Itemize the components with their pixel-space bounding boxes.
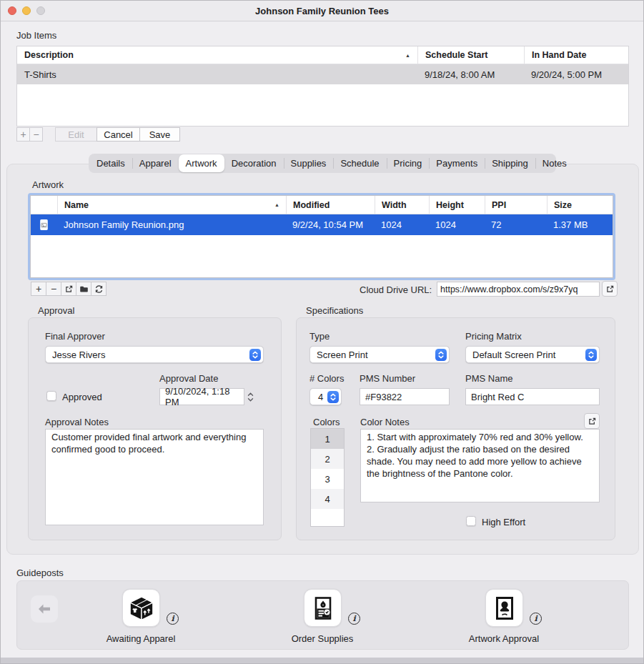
job-item-in-hand-date: 9/20/24, 5:00 PM — [524, 69, 628, 80]
num-colors-label: # Colors — [309, 373, 344, 384]
remove-artwork-button[interactable]: − — [46, 282, 61, 296]
artwork-table-header: Name ▲ Modified Width Height PPI Size — [31, 196, 613, 214]
add-job-item-button[interactable]: + — [16, 127, 30, 142]
artwork-table: Name ▲ Modified Width Height PPI Size Jo… — [30, 195, 613, 278]
window-bottom-edge — [1, 658, 643, 663]
column-header-height[interactable]: Height — [429, 196, 485, 214]
specifications-section-label: Specifications — [306, 305, 363, 316]
tab-supplies[interactable]: Supplies — [284, 154, 334, 172]
edit-button[interactable]: Edit — [55, 127, 97, 142]
cloud-drive-url-field[interactable]: https://www.dropbox.com/s/z9x7yq — [437, 282, 600, 297]
job-item-description: T-Shirts — [17, 69, 417, 80]
column-header-width[interactable]: Width — [375, 196, 429, 214]
final-approver-label: Final Approver — [45, 331, 105, 342]
approved-checkbox[interactable] — [46, 391, 56, 401]
tab-payments[interactable]: Payments — [429, 154, 485, 172]
column-header-description[interactable]: Description ▲ — [17, 46, 417, 64]
folder-icon[interactable] — [76, 282, 91, 296]
column-header-name[interactable]: Name ▲ — [57, 196, 286, 214]
final-approver-select[interactable]: Jesse Rivers — [45, 346, 264, 363]
app-window: Johnson Family Reunion Tees Job Items De… — [0, 0, 644, 664]
color-list-item-3[interactable]: 3 — [311, 469, 344, 489]
cloud-drive-url-label: Cloud Drive URL: — [360, 284, 432, 295]
cancel-button[interactable]: Cancel — [96, 127, 140, 142]
external-link-icon — [64, 284, 74, 294]
add-artwork-button[interactable]: + — [31, 282, 46, 296]
info-icon[interactable]: i — [348, 613, 360, 625]
tab-notes[interactable]: Notes — [535, 154, 574, 172]
shipping-box-icon — [128, 595, 155, 622]
info-icon[interactable]: i — [530, 613, 542, 625]
guidepost-artwork-approval-button[interactable] — [485, 589, 523, 627]
color-list-item-4[interactable]: 4 — [311, 489, 344, 509]
artwork-row-selected[interactable]: Johnson Family Reunion.png 9/2/24, 10:54… — [31, 214, 613, 235]
tab-apparel[interactable]: Apparel — [132, 154, 179, 172]
column-header-icon — [31, 196, 57, 214]
artwork-modified: 9/2/24, 10:54 PM — [286, 219, 375, 230]
minus-icon: − — [51, 283, 56, 294]
table-row[interactable]: T-Shirts 9/18/24, 8:00 AM 9/20/24, 5:00 … — [17, 64, 628, 84]
guidepost-order-supplies-button[interactable] — [304, 589, 342, 627]
window-title: Johnson Family Reunion Tees — [1, 1, 643, 21]
pms-name-field[interactable]: Bright Red C — [465, 388, 600, 405]
chevron-up-down-icon — [327, 391, 339, 403]
external-link-icon — [605, 284, 615, 294]
pms-number-field[interactable]: #F93822 — [360, 388, 450, 405]
high-effort-checkbox[interactable] — [466, 516, 476, 526]
tab-details[interactable]: Details — [89, 154, 132, 172]
color-list-item-2[interactable]: 2 — [311, 449, 344, 469]
tab-artwork[interactable]: Artwork — [179, 154, 224, 172]
guidepost-label-order-supplies: Order Supplies — [258, 633, 387, 644]
artwork-section-label: Artwork — [32, 179, 64, 190]
column-header-ppi[interactable]: PPI — [485, 196, 547, 214]
tab-bar: Details Apparel Artwork Decoration Suppl… — [89, 154, 556, 173]
artwork-table-focus-ring: Name ▲ Modified Width Height PPI Size Jo… — [28, 193, 615, 280]
chevron-up-down-icon — [249, 349, 261, 361]
approval-notes-textarea[interactable]: Customer provided final artwork and ever… — [45, 429, 264, 525]
arrow-left-icon — [36, 600, 53, 618]
approval-date-field[interactable]: 9/10/2024, 1:18 PM — [159, 388, 244, 405]
guidepost-back-button[interactable] — [31, 595, 58, 623]
plus-icon: + — [36, 283, 41, 294]
framed-artwork-icon — [492, 595, 517, 621]
artwork-name: Johnson Family Reunion.png — [57, 219, 286, 230]
job-items-empty-area — [17, 84, 628, 126]
info-icon[interactable]: i — [167, 613, 179, 625]
guidepost-label-awaiting-apparel: Awaiting Apparel — [76, 633, 205, 644]
chevron-up-down-icon — [585, 349, 597, 361]
column-header-size[interactable]: Size — [547, 196, 613, 214]
type-select[interactable]: Screen Print — [309, 346, 450, 363]
approval-section-label: Approval — [38, 305, 74, 316]
job-item-schedule-start: 9/18/24, 8:00 AM — [417, 69, 524, 80]
sort-ascending-icon: ▲ — [405, 53, 410, 58]
artwork-size: 1.37 MB — [547, 219, 613, 230]
column-header-modified[interactable]: Modified — [286, 196, 375, 214]
sort-ascending-icon: ▲ — [274, 202, 279, 207]
tab-pricing[interactable]: Pricing — [387, 154, 430, 172]
open-artwork-button[interactable] — [61, 282, 76, 296]
open-cloud-url-button[interactable] — [602, 281, 618, 297]
save-button[interactable]: Save — [139, 127, 180, 142]
job-items-section-label: Job Items — [16, 30, 56, 41]
date-stepper[interactable] — [246, 388, 254, 405]
type-label: Type — [309, 331, 330, 342]
remove-job-item-button[interactable]: − — [29, 127, 43, 142]
column-header-schedule-start[interactable]: Schedule Start — [417, 46, 524, 64]
approval-date-label: Approval Date — [159, 373, 218, 384]
artwork-width: 1024 — [375, 219, 429, 230]
tab-decoration[interactable]: Decoration — [224, 154, 284, 172]
refresh-icon[interactable] — [91, 282, 106, 296]
open-color-notes-button[interactable] — [584, 413, 600, 429]
plus-icon: + — [20, 129, 26, 140]
job-items-table: Description ▲ Schedule Start In Hand Dat… — [16, 46, 629, 127]
tab-shipping[interactable]: Shipping — [485, 154, 535, 172]
tab-schedule[interactable]: Schedule — [333, 154, 386, 172]
num-colors-stepper[interactable]: 4 — [309, 388, 342, 405]
column-header-in-hand-date[interactable]: In Hand Date — [524, 46, 628, 64]
color-notes-textarea[interactable]: 1. Start with approximately 70% red and … — [360, 429, 600, 502]
colors-label: Colors — [313, 417, 340, 427]
color-notes-label: Color Notes — [360, 417, 410, 427]
guidepost-awaiting-apparel-button[interactable] — [122, 589, 160, 627]
color-list-item-1[interactable]: 1 — [311, 429, 344, 449]
pricing-matrix-select[interactable]: Default Screen Print — [465, 346, 600, 363]
